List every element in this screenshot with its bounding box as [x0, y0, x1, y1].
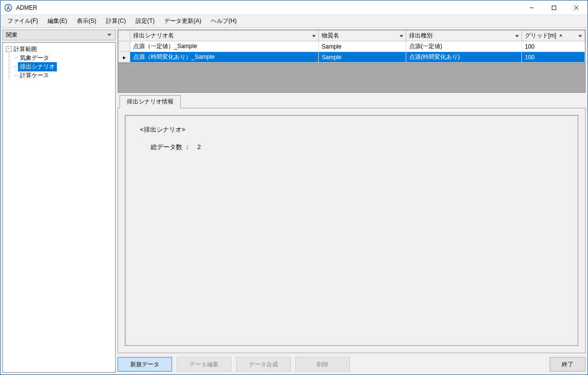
svg-rect-3 — [552, 6, 556, 10]
grid-empty-area — [118, 63, 585, 92]
info-count-label: 総データ数 ： — [151, 143, 190, 151]
titlebar: A ADMER — [0, 0, 588, 15]
tree-item-label: 気象データ — [18, 53, 51, 63]
grid-header-label: 物質名 — [322, 32, 339, 39]
grid-row[interactable]: 点源（一定値）_Sample Sample 点源(一定値) 100 — [119, 41, 585, 52]
cell-scenario-name: 点源（時間変化あり）_Sample — [130, 52, 319, 63]
region-select[interactable]: 関東 — [2, 30, 116, 40]
grid-header-grid-m[interactable]: グリッド[m] — [522, 31, 585, 41]
delete-button[interactable]: 削除 — [295, 357, 350, 372]
menu-calc[interactable]: 計算(C) — [101, 15, 131, 27]
maximize-button[interactable] — [543, 0, 565, 15]
cell-substance: Sample — [319, 41, 406, 52]
tree-item-calc-case[interactable]: 計算ケース — [15, 71, 114, 80]
minimize-button[interactable] — [520, 0, 543, 15]
merge-data-button[interactable]: データ合成 — [236, 357, 291, 372]
close-button[interactable] — [565, 0, 588, 15]
content-area: 関東 − 計算範囲 気象データ 排出シナリオ 計算ケース — [0, 28, 588, 375]
menu-edit[interactable]: 編集(E) — [43, 15, 72, 27]
svg-marker-7 — [399, 35, 403, 37]
filter-dropdown-icon[interactable] — [311, 33, 317, 39]
row-indicator — [119, 41, 130, 52]
window-title: ADMER — [16, 4, 520, 11]
filter-dropdown-icon[interactable] — [577, 33, 583, 39]
info-area: 排出シナリオ情報 <排出シナリオ> 総データ数 ： 2 — [118, 95, 586, 353]
cell-scenario-name: 点源（一定値）_Sample — [130, 41, 319, 52]
button-row: 新規データ データ編集 データ合成 削除 終了 — [118, 355, 586, 373]
grid-header-label: 排出シナリオ名 — [133, 32, 174, 39]
cell-grid-m: 100 — [522, 41, 585, 52]
region-select-value: 関東 — [6, 31, 17, 39]
sort-asc-icon — [559, 32, 563, 39]
collapse-icon[interactable]: − — [6, 46, 12, 52]
svg-marker-8 — [515, 35, 519, 37]
info-count-row: 総データ数 ： 2 — [140, 143, 563, 152]
new-data-button[interactable]: 新規データ — [118, 357, 172, 372]
info-count-value: 2 — [197, 143, 201, 151]
cell-emission-type: 点源(時間変化あり) — [406, 52, 522, 63]
cell-grid-m: 100 — [522, 52, 585, 63]
tree-panel: − 計算範囲 気象データ 排出シナリオ 計算ケース — [2, 42, 116, 373]
window-buttons — [520, 0, 588, 15]
tab-strip: 排出シナリオ情報 — [118, 95, 586, 108]
tree-root-node[interactable]: − 計算範囲 — [6, 45, 114, 53]
grid-row[interactable]: ▸ 点源（時間変化あり）_Sample Sample 点源(時間変化あり) 10… — [119, 52, 585, 63]
filter-dropdown-icon[interactable] — [398, 33, 404, 39]
svg-marker-10 — [578, 35, 582, 37]
app-window: A ADMER ファイル(F) 編集(E) 表示(S) 計算(C) 設定(T) … — [0, 0, 588, 375]
tree-root-label: 計算範囲 — [14, 45, 37, 53]
scenario-grid: 排出シナリオ名 物質名 排出種別 — [118, 30, 586, 93]
tree-root: − 計算範囲 気象データ 排出シナリオ 計算ケース — [4, 45, 114, 80]
tree-item-meteo[interactable]: 気象データ — [15, 53, 114, 62]
menu-view[interactable]: 表示(S) — [72, 15, 101, 27]
row-indicator: ▸ — [119, 52, 130, 63]
grid-header-label: 排出種別 — [409, 32, 432, 39]
menu-data-update[interactable]: データ更新(A) — [159, 15, 206, 27]
grid-header-rowselect — [119, 31, 130, 41]
tree-children: 気象データ 排出シナリオ 計算ケース — [9, 53, 114, 80]
svg-marker-6 — [312, 35, 316, 37]
menu-settings[interactable]: 設定(T) — [131, 15, 159, 27]
left-panel: 関東 − 計算範囲 気象データ 排出シナリオ 計算ケース — [2, 30, 116, 373]
svg-text:A: A — [6, 5, 10, 11]
cell-substance: Sample — [319, 52, 406, 63]
tree-item-label: 排出シナリオ — [18, 62, 57, 71]
filter-dropdown-icon[interactable] — [514, 33, 520, 39]
info-section-title: <排出シナリオ> — [140, 125, 563, 134]
grid-header-scenario-name[interactable]: 排出シナリオ名 — [130, 31, 319, 41]
tree-item-emission-scenario[interactable]: 排出シナリオ — [15, 62, 114, 71]
menu-file[interactable]: ファイル(F) — [2, 15, 43, 27]
grid-header-row: 排出シナリオ名 物質名 排出種別 — [119, 31, 585, 41]
svg-marker-9 — [559, 34, 562, 36]
menubar: ファイル(F) 編集(E) 表示(S) 計算(C) 設定(T) データ更新(A)… — [0, 15, 588, 28]
exit-button[interactable]: 終了 — [550, 357, 586, 372]
grid-header-label: グリッド[m] — [525, 32, 556, 39]
cell-emission-type: 点源(一定値) — [406, 41, 522, 52]
tab-emission-info[interactable]: 排出シナリオ情報 — [120, 95, 181, 108]
menu-help[interactable]: ヘルプ(H) — [206, 15, 242, 27]
app-icon: A — [4, 4, 12, 12]
edit-data-button[interactable]: データ編集 — [177, 357, 231, 372]
info-panel: <排出シナリオ> 総データ数 ： 2 — [118, 108, 586, 353]
grid-header-emission-type[interactable]: 排出種別 — [406, 31, 522, 41]
info-content: <排出シナリオ> 総データ数 ： 2 — [125, 115, 578, 346]
right-panel: 排出シナリオ名 物質名 排出種別 — [118, 30, 586, 373]
grid-header-substance[interactable]: 物質名 — [319, 31, 406, 41]
tree-item-label: 計算ケース — [18, 71, 51, 80]
